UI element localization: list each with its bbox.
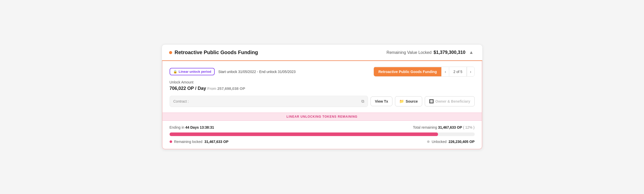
unlocked-legend: Unlocked 226,230,405 OP — [427, 140, 474, 144]
top-row: 🔒 Linear unlock period Start unlock 31/0… — [170, 67, 475, 77]
contract-label: Contract : — [173, 99, 189, 103]
remaining-locked-dot — [170, 140, 172, 143]
person-icon: 🔲 — [429, 99, 434, 104]
remaining-label: Remaining Value Locked — [387, 50, 432, 55]
ending-value: 44 Days 13:38:31 — [185, 125, 214, 129]
unlocked-dot — [427, 140, 430, 143]
collapse-button[interactable]: ▲ — [468, 49, 475, 56]
owner-beneficiary-label: Owner & Beneficiary — [435, 99, 470, 103]
source-button[interactable]: 📁 Source — [395, 96, 422, 106]
legend-row: Remaining locked 31,467,633 OP Unlocked … — [170, 140, 475, 144]
banner-text: LINEAR UNLOCKING TOKENS REMAINING — [286, 115, 358, 118]
card-body: 🔒 Linear unlock period Start unlock 31/0… — [162, 61, 482, 121]
unlock-period-section: 🔒 Linear unlock period Start unlock 31/0… — [170, 68, 296, 75]
remaining-locked-legend: Remaining locked 31,467,633 OP — [170, 140, 228, 144]
source-label: Source — [406, 99, 418, 103]
nav-prev-button[interactable]: ‹ — [441, 67, 449, 76]
unlocked-label: Unlocked — [432, 140, 446, 144]
total-remaining: Total remaining 31,467,633 OP ( 12% ) — [413, 125, 474, 129]
amount-value: 706,022 OP — [170, 86, 194, 91]
nav-group: Retroactive Public Goods Funding ‹ 2 of … — [374, 67, 475, 77]
unlock-dates: Start unlock 31/05/2022 - End unlock 31/… — [218, 70, 296, 74]
stats-section: Ending in 44 Days 13:38:31 Total remaini… — [162, 121, 482, 149]
copy-icon[interactable]: ⧉ — [361, 99, 364, 104]
from-label: From 257,698,038 OP — [207, 86, 245, 91]
source-icon: 📁 — [399, 99, 404, 104]
nav-label: Retroactive Public Goods Funding — [374, 67, 441, 76]
unlock-amount-label: Unlock Amount — [170, 80, 475, 84]
lock-icon: 🔒 — [173, 70, 177, 74]
contract-row: Contract : ⧉ View Tx 📁 Source 🔲 Owner & … — [170, 96, 475, 107]
view-tx-label: View Tx — [375, 99, 388, 103]
progress-bar — [170, 132, 475, 136]
status-dot — [169, 51, 172, 54]
nav-count: 2 of 5 — [449, 67, 467, 76]
view-tx-button[interactable]: View Tx — [371, 96, 392, 106]
ending-row: Ending in 44 Days 13:38:31 Total remaini… — [170, 125, 475, 129]
header-right: Remaining Value Locked $1,379,300,310 ▲ — [387, 49, 475, 56]
per-day: / Day — [195, 86, 206, 91]
header-left: Retroactive Public Goods Funding — [169, 50, 258, 55]
linear-unlock-badge: 🔒 Linear unlock period — [170, 68, 215, 75]
ending-prefix: Ending in — [170, 125, 184, 129]
contract-input-box: Contract : ⧉ — [170, 96, 368, 107]
ending-text: Ending in 44 Days 13:38:31 — [170, 125, 214, 129]
linear-unlocking-banner: LINEAR UNLOCKING TOKENS REMAINING — [162, 113, 482, 121]
unlock-amount-value: 706,022 OP / Day From 257,698,038 OP — [170, 86, 475, 91]
card-header: Retroactive Public Goods Funding Remaini… — [162, 45, 482, 61]
nav-next-button[interactable]: › — [467, 67, 474, 76]
total-remaining-prefix: Total remaining — [413, 125, 437, 129]
remaining-locked-value: 31,467,633 OP — [204, 140, 228, 144]
progress-bar-fill — [170, 132, 438, 136]
total-remaining-value: 31,467,633 OP — [438, 125, 462, 129]
unlocked-value: 226,230,405 OP — [449, 140, 475, 144]
page-title: Retroactive Public Goods Funding — [175, 50, 258, 55]
badge-label: Linear unlock period — [179, 70, 211, 74]
remaining-value: $1,379,300,310 — [434, 50, 465, 55]
total-remaining-pct: ( 12% ) — [463, 125, 474, 129]
remaining-locked-label: Remaining locked — [174, 140, 202, 144]
owner-beneficiary-button[interactable]: 🔲 Owner & Beneficiary — [425, 96, 475, 106]
main-card: Retroactive Public Goods Funding Remaini… — [162, 44, 483, 150]
